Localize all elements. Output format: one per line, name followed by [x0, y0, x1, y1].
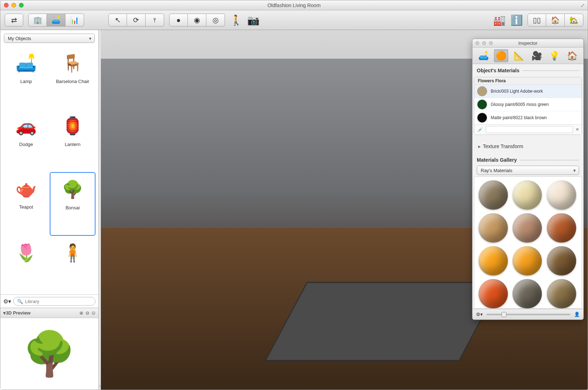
object-label: Dodge — [19, 142, 33, 147]
search-input[interactable] — [25, 299, 92, 304]
close-window[interactable] — [4, 3, 9, 8]
gallery-material[interactable] — [479, 279, 508, 308]
inspector-panel: Inspector 🛋️ 🟠 📐 🎥 💡 🏠 Object's Material… — [472, 39, 584, 320]
object-thumb: 🏮 — [57, 112, 89, 140]
inspector-tab-object[interactable]: 🛋️ — [476, 49, 491, 62]
layout-3[interactable]: 🏡 — [565, 14, 583, 26]
object-label: Barselona Chair — [56, 79, 89, 84]
material-swatch — [477, 86, 487, 96]
library-search[interactable]: 🔍 — [13, 297, 95, 306]
zoom-out-icon[interactable]: ⊖ — [85, 310, 89, 316]
object-cell-dodge[interactable]: 🚗 Dodge — [3, 109, 49, 172]
material-swatch — [477, 113, 487, 123]
camera-icon[interactable]: 📷 — [247, 14, 259, 26]
gallery-material[interactable] — [479, 246, 508, 276]
material-name: Glossy paint/6005 moss green — [491, 102, 549, 107]
gallery-material[interactable] — [547, 246, 576, 276]
gallery-material[interactable] — [513, 180, 542, 210]
object-thumb: 🌷 — [10, 239, 42, 267]
eyedropper-icon[interactable]: 💉 — [477, 127, 483, 132]
gear-icon[interactable]: ⚙︎▾ — [476, 312, 483, 317]
material-row[interactable]: Brick/003 Light Adobe-work — [474, 85, 582, 98]
back-forward-button[interactable]: ⇄ — [5, 14, 23, 26]
material-name: Matte paint/8022 black brown — [491, 115, 547, 120]
object-thumb: 🛋️ — [10, 49, 42, 77]
object-cell-barselona-chair[interactable]: 🪑 Barselona Chair — [50, 47, 95, 109]
view-mode-1[interactable]: 🏢 — [28, 14, 47, 26]
section-materials-gallery: Materials Gallery — [477, 157, 579, 163]
gallery-material[interactable] — [513, 279, 542, 308]
inspector-tab-materials[interactable]: 🟠 — [494, 49, 508, 62]
tool-arrow[interactable]: ↖ — [108, 14, 127, 26]
gear-icon[interactable]: ⚙︎▾ — [3, 298, 11, 305]
material-name-field[interactable] — [486, 126, 573, 133]
inspector-min[interactable] — [482, 41, 486, 45]
object-thumb: 🚗 — [10, 112, 42, 140]
gallery-material[interactable] — [513, 246, 542, 276]
material-name: Brick/003 Light Adobe-work — [491, 89, 543, 94]
light-button[interactable]: ◎ — [206, 14, 225, 26]
object-cell-teapot[interactable]: 🫖 Teapot — [3, 172, 49, 236]
shadow-button[interactable]: ◉ — [188, 14, 206, 26]
materials-list: Flowers Flora Brick/003 Light Adobe-work… — [474, 77, 582, 135]
object-label: Lantern — [65, 142, 80, 147]
material-row[interactable]: Glossy paint/6005 moss green — [474, 98, 582, 111]
object-thumb: 🫖 — [10, 174, 42, 203]
object-library-sidebar: My Objects 🛋️ Lamp🪑 Barselona Chair🚗 Dod… — [0, 30, 99, 390]
warehouse-icon[interactable]: 🏭 — [493, 14, 505, 26]
info-icon[interactable]: ℹ️ — [510, 14, 523, 26]
main-toolbar: ⇄ 🏢 🛋️ 📊 ↖ ⟳ ⫯ ● ◉ ◎ 🚶 📷 🏭 ℹ️ ▯▯ 🏠 🏡 — [0, 10, 588, 30]
titlebar: Oldfashion Living Room ⤢ — [0, 0, 588, 10]
gallery-material[interactable] — [479, 180, 508, 210]
section-object-materials: Object's Materials — [477, 68, 579, 73]
inspector-tab-edit[interactable]: 📐 — [512, 49, 526, 62]
tool-rotate[interactable]: ⟳ — [127, 14, 146, 26]
gallery-material[interactable] — [513, 213, 542, 243]
gallery-category-dropdown[interactable]: Ray's Materials — [477, 166, 579, 175]
object-cell-bonsai[interactable]: 🌳 Bonsai — [50, 172, 95, 236]
search-icon: 🔍 — [17, 299, 23, 304]
gallery-material[interactable] — [479, 213, 508, 243]
thumbnail-size-slider[interactable] — [486, 314, 570, 315]
object-cell-lamp[interactable]: 🛋️ Lamp — [3, 47, 49, 109]
user-icon[interactable]: 👤 — [574, 312, 580, 317]
material-swatch — [477, 99, 487, 109]
tool-measure[interactable]: ⫯ — [146, 14, 164, 26]
inspector-close[interactable] — [475, 41, 479, 45]
disclosure-triangle[interactable]: ▾ — [3, 310, 6, 316]
material-group-name: Flowers Flora — [474, 77, 582, 85]
fullscreen-icon[interactable]: ⤢ — [580, 3, 585, 8]
zoom-window[interactable] — [19, 3, 24, 8]
material-row[interactable]: Matte paint/8022 black brown — [474, 111, 582, 124]
inspector-zoom[interactable] — [489, 41, 493, 45]
gallery-material[interactable] — [547, 279, 576, 308]
object-thumb: 🧍 — [57, 239, 89, 267]
zoom-in-icon[interactable]: ⊕ — [79, 310, 83, 316]
object-label: Bonsai — [65, 205, 80, 210]
object-cell-item7[interactable]: 🧍 — [50, 237, 95, 293]
object-thumb: 🌳 — [57, 175, 89, 204]
inspector-tab-light[interactable]: 💡 — [547, 49, 562, 62]
list-menu-icon[interactable]: ≡ — [576, 128, 579, 131]
texture-transform-disclosure[interactable]: Texture Transform — [477, 141, 579, 152]
record-button[interactable]: ● — [169, 14, 188, 26]
inspector-tab-camera[interactable]: 🎥 — [530, 49, 544, 62]
layout-1[interactable]: ▯▯ — [528, 14, 546, 26]
walk-icon[interactable]: 🚶 — [230, 14, 242, 26]
object-cell-lantern[interactable]: 🏮 Lantern — [50, 109, 95, 172]
dropdown-label: My Objects — [8, 36, 31, 41]
preview-title: 3D Preview — [6, 310, 30, 316]
zoom-fit-icon[interactable]: ⊙ — [92, 310, 95, 316]
view-mode-3[interactable]: 📊 — [65, 14, 84, 26]
preview-3d[interactable]: 🌳 — [0, 318, 98, 390]
gallery-material[interactable] — [547, 213, 576, 243]
inspector-tab-house[interactable]: 🏠 — [565, 49, 579, 62]
layout-2[interactable]: 🏠 — [546, 14, 565, 26]
view-mode-2[interactable]: 🛋️ — [47, 14, 65, 26]
minimize-window[interactable] — [11, 3, 16, 8]
window-title: Oldfashion Living Room — [0, 3, 588, 8]
object-label: Lamp — [20, 79, 32, 84]
object-cell-item6[interactable]: 🌷 — [3, 237, 49, 293]
gallery-material[interactable] — [547, 180, 576, 210]
library-category-dropdown[interactable]: My Objects — [4, 34, 95, 43]
